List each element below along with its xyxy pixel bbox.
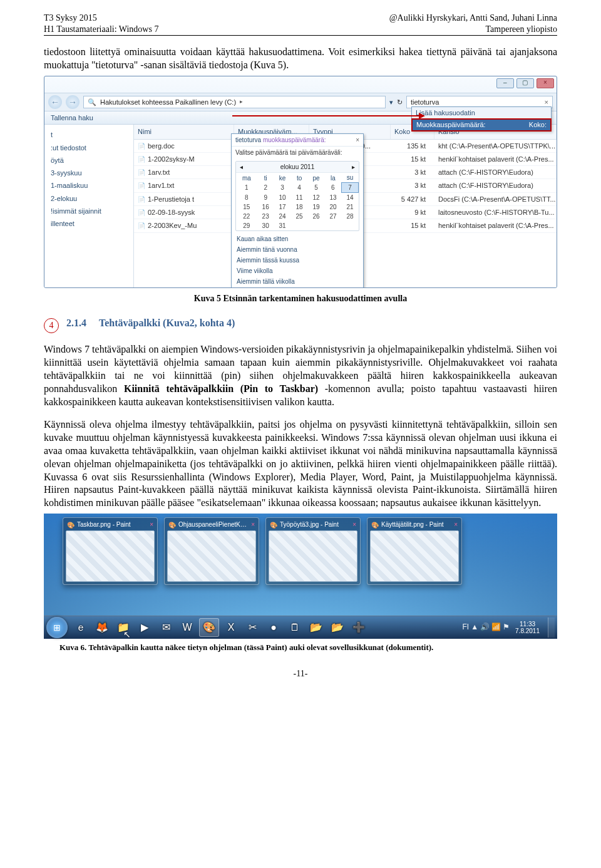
calendar-day[interactable]: 18	[291, 202, 308, 212]
tray-chevron-up-icon[interactable]: ▲	[471, 623, 478, 633]
calendar-day[interactable]: 10	[274, 193, 291, 203]
taskbar-folder1-icon[interactable]: 📂	[307, 619, 326, 636]
calendar-day[interactable]: 12	[308, 193, 325, 203]
address-bar[interactable]: 🔍 Hakutulokset kohteessa Paikallinen lev…	[83, 96, 386, 108]
file-size: 15 kt	[391, 219, 434, 232]
navigation-pane[interactable]: t :ut tiedostot öytä 3-syyskuu 1-maalisk…	[44, 125, 134, 287]
calendar[interactable]: ◂ elokuu 2011 ▸ matiketopelasu1234567891…	[235, 161, 359, 231]
taskbar-folder2-icon[interactable]: 📂	[328, 619, 347, 636]
calendar-day[interactable]: 6	[325, 183, 342, 193]
taskbar-word-icon[interactable]: W	[178, 619, 197, 636]
sidebar-item[interactable]: t	[48, 128, 130, 141]
calendar-day[interactable]: 23	[257, 212, 274, 221]
calendar-day[interactable]: 9	[257, 193, 274, 203]
date-quick-option[interactable]: Aiemmin tänä vuonna	[232, 244, 363, 255]
minimize-button[interactable]: –	[496, 78, 514, 88]
calendar-day[interactable]	[308, 221, 325, 230]
taskbar-excel-icon[interactable]: X	[222, 619, 240, 636]
taskbar-thumbnail[interactable]: 🎨OhjauspaneeliPienetKuvakkeet...×	[164, 517, 259, 585]
calendar-day[interactable]: 20	[325, 202, 342, 212]
calendar-day[interactable]: 22	[236, 212, 257, 221]
calendar-day[interactable]: 11	[291, 193, 308, 203]
sidebar-item[interactable]: 3-syyskuu	[48, 167, 130, 179]
calendar-day[interactable]: 7	[341, 183, 358, 193]
calendar-day[interactable]: 8	[236, 193, 257, 203]
file-name: 1-Perustietoja t	[134, 193, 234, 205]
taskbar-thumbnail[interactable]: 🎨Käyttäjätilit.png - Paint×	[367, 517, 462, 585]
taskbar-camtasia-icon[interactable]: ●	[264, 619, 283, 636]
date-quick-option[interactable]: Aiemmin tällä viikolla	[232, 276, 363, 287]
taskbar-firefox-icon[interactable]: 🦊	[93, 619, 111, 636]
date-filter-popup: tietoturva muokkauspäivämäärä: × Valitse…	[231, 133, 364, 288]
sidebar-item[interactable]: illenteet	[48, 217, 130, 230]
date-quick-option[interactable]: Aiemmin tässä kuussa	[232, 255, 363, 266]
calendar-day[interactable]: 21	[341, 202, 358, 212]
sidebar-item[interactable]: :ut tiedostot	[48, 142, 130, 154]
taskbar-plus-icon[interactable]: ➕	[349, 619, 368, 636]
tray-clock[interactable]: 11:33 7.8.2011	[511, 621, 543, 634]
taskbar-snip-icon[interactable]: ✂	[243, 619, 262, 636]
calendar-day[interactable]	[341, 221, 358, 230]
taskbar-mediaplayer-icon[interactable]: ▶	[135, 619, 154, 636]
sidebar-item[interactable]: 2-elokuu	[48, 192, 130, 205]
calendar-day[interactable]: 26	[308, 212, 325, 221]
popup-close-icon[interactable]: ×	[356, 136, 359, 144]
thumbnail-close-icon[interactable]: ×	[454, 520, 458, 529]
callout-arrow	[232, 115, 420, 116]
taskbar-note-icon[interactable]: 🗒	[285, 619, 304, 636]
calendar-day[interactable]: 2	[257, 183, 274, 193]
suggestions-highlighted[interactable]: Muokkauspäivämäärä: Koko:	[412, 119, 551, 130]
calendar-day[interactable]	[291, 221, 308, 230]
tray-volume-icon[interactable]: 🔊	[480, 623, 490, 633]
forward-button[interactable]: →	[66, 95, 80, 109]
calendar-day[interactable]: 27	[325, 212, 342, 221]
date-quick-option[interactable]: Eilen	[232, 287, 363, 288]
taskbar-outlook-icon[interactable]: ✉	[157, 619, 175, 636]
cal-prev-icon[interactable]: ◂	[240, 163, 243, 171]
calendar-day[interactable]: 17	[274, 202, 291, 212]
clear-search-icon[interactable]: ×	[545, 98, 548, 106]
chevron-down-icon[interactable]: ▸	[240, 98, 243, 106]
sidebar-item[interactable]: 1-maaliskuu	[48, 179, 130, 192]
date-quick-option[interactable]: Kauan aikaa sitten	[232, 234, 363, 244]
thumbnail-close-icon[interactable]: ×	[150, 520, 153, 529]
refresh-button[interactable]: ↻	[397, 98, 403, 106]
thumbnail-close-icon[interactable]: ×	[251, 520, 255, 529]
taskbar-thumbnail[interactable]: 🎨Työpöytä3.jpg - Paint×	[265, 517, 361, 585]
calendar-day[interactable]: 13	[325, 193, 342, 203]
tray-network-icon[interactable]: 📶	[491, 623, 501, 633]
calendar-day[interactable]: 15	[236, 202, 257, 212]
taskbar-thumbnail[interactable]: 🎨Taskbar.png - Paint×	[63, 517, 158, 585]
calendar-day[interactable]: 14	[341, 193, 358, 203]
calendar-day[interactable]: 1	[236, 183, 257, 193]
taskbar-ie-icon[interactable]: ｅ	[71, 619, 90, 636]
calendar-day[interactable]: 31	[274, 221, 291, 230]
calendar-day[interactable]: 25	[291, 212, 308, 221]
start-button[interactable]: ⊞	[46, 617, 68, 638]
section-para1: Windows 7 tehtäväpalkki on aiempien Wind…	[44, 343, 557, 408]
close-button[interactable]: ×	[537, 78, 554, 88]
sidebar-item[interactable]: !isimmät sijainnit	[48, 205, 130, 217]
calendar-day[interactable]	[325, 221, 342, 230]
calendar-day[interactable]: 3	[274, 183, 291, 193]
back-button[interactable]: ←	[48, 95, 62, 109]
taskbar-paint-icon[interactable]: 🎨	[199, 618, 219, 637]
date-quick-option[interactable]: Viime viikolla	[232, 266, 363, 276]
calendar-day[interactable]: 19	[308, 202, 325, 212]
calendar-day[interactable]: 29	[236, 221, 257, 230]
cal-next-icon[interactable]: ▸	[352, 163, 355, 171]
col-name[interactable]: Nimi	[134, 125, 234, 138]
show-desktop-button[interactable]	[548, 617, 555, 638]
calendar-day[interactable]: 16	[257, 202, 274, 212]
calendar-day[interactable]: 4	[291, 183, 308, 193]
tray-flag-icon[interactable]: ⚑	[503, 623, 510, 633]
calendar-day[interactable]: 28	[341, 212, 358, 221]
calendar-day[interactable]: 5	[308, 183, 325, 193]
calendar-day[interactable]: 30	[257, 221, 274, 230]
calendar-day[interactable]: 24	[274, 212, 291, 221]
maximize-button[interactable]: ▢	[516, 78, 534, 88]
address-dropdown-icon[interactable]: ▾	[389, 98, 393, 106]
tray-lang[interactable]: FI	[463, 623, 470, 633]
thumbnail-close-icon[interactable]: ×	[352, 520, 356, 529]
sidebar-item[interactable]: öytä	[48, 154, 130, 167]
